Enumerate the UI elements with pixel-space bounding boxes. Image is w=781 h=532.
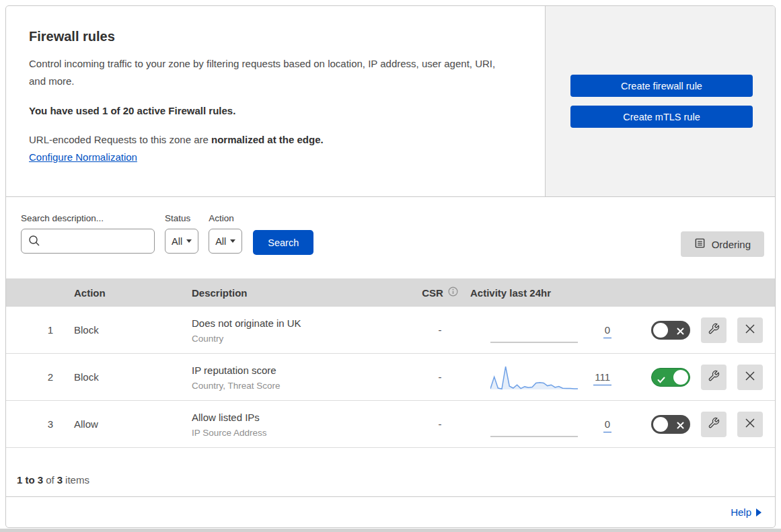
rule-fields: Country: [192, 334, 410, 344]
edit-rule-button[interactable]: [701, 365, 727, 390]
close-icon: [745, 324, 755, 336]
firewall-rules-card: Firewall rules Control incoming traffic …: [5, 5, 776, 528]
rule-action: Block: [70, 371, 188, 383]
info-icon[interactable]: [448, 287, 458, 299]
rule-enabled-toggle[interactable]: [651, 415, 690, 434]
rule-activity-cell: 111: [470, 363, 617, 391]
toggle-knob: [653, 323, 668, 338]
ordering-button[interactable]: Ordering: [681, 231, 764, 257]
rule-controls: [617, 317, 775, 343]
rule-action: Allow: [70, 418, 188, 430]
search-group: Search description...: [21, 213, 155, 254]
configure-normalization-link[interactable]: Configure Normalization: [29, 151, 137, 163]
rule-description: IP reputation score: [192, 364, 410, 377]
close-icon: [745, 371, 755, 383]
table-row[interactable]: 1 Block Does not originate in UK Country…: [6, 307, 775, 354]
chevron-down-icon: [230, 239, 235, 243]
create-mtls-rule-button[interactable]: Create mTLS rule: [570, 106, 753, 128]
search-input[interactable]: [21, 229, 155, 254]
pagination-items: items: [65, 474, 89, 486]
rule-priority: 1: [6, 324, 70, 336]
activity-count-link[interactable]: 111: [593, 371, 611, 385]
activity-count-link[interactable]: 0: [603, 418, 611, 432]
top-section: Firewall rules Control incoming traffic …: [6, 6, 775, 197]
search-box: [21, 229, 155, 254]
column-activity: Activity last 24hr: [470, 287, 617, 299]
delete-rule-button[interactable]: [737, 317, 763, 343]
actions-panel: Create firewall rule Create mTLS rule: [545, 6, 775, 196]
rule-activity-cell: 0: [470, 316, 617, 344]
normalization-text: URL-encoded Requests to this zone are: [29, 134, 211, 145]
delete-rule-button[interactable]: [737, 365, 763, 390]
list-document-icon: [694, 237, 706, 251]
rule-description-cell: Does not originate in UK Country: [188, 317, 410, 344]
help-link[interactable]: Help: [731, 506, 761, 518]
rule-activity-cell: 0: [470, 410, 617, 439]
check-icon: [657, 374, 665, 385]
intro-panel: Firewall rules Control incoming traffic …: [6, 6, 545, 196]
status-filter-group: Status All: [165, 213, 198, 254]
action-filter-group: Action All: [209, 213, 242, 254]
status-label: Status: [165, 213, 198, 223]
wrench-icon: [708, 370, 720, 384]
toggle-knob: [673, 370, 688, 385]
rule-csr: -: [410, 418, 470, 430]
rule-priority: 3: [6, 418, 70, 430]
page-description: Control incoming traffic to your zone by…: [29, 55, 513, 90]
pagination-range: 1 to 3: [17, 474, 43, 486]
create-firewall-rule-button[interactable]: Create firewall rule: [570, 75, 753, 97]
page-title: Firewall rules: [29, 29, 518, 44]
rule-fields: IP Source Address: [192, 428, 410, 438]
help-link-label: Help: [731, 506, 751, 518]
table-row[interactable]: 2 Block IP reputation score Country, Thr…: [6, 354, 775, 401]
action-select[interactable]: All: [209, 229, 242, 254]
filter-bar: Search description... Status All Action …: [6, 197, 775, 278]
help-row: Help: [6, 496, 775, 527]
rule-enabled-toggle[interactable]: [651, 321, 690, 340]
rule-controls: [617, 365, 775, 390]
rule-priority: 2: [6, 371, 70, 383]
rule-enabled-toggle[interactable]: [651, 368, 690, 387]
rule-csr: -: [410, 324, 470, 336]
column-csr: CSR: [410, 287, 470, 299]
normalization-bold: normalized at the edge.: [211, 134, 324, 145]
rule-action: Block: [70, 324, 188, 336]
toggle-knob: [653, 417, 668, 432]
ordering-button-label: Ordering: [712, 239, 751, 250]
pagination-of: of: [46, 474, 54, 486]
rule-csr: -: [410, 371, 470, 383]
wrench-icon: [708, 323, 720, 337]
rule-description: Does not originate in UK: [192, 317, 410, 330]
rule-description: Allow listed IPs: [192, 411, 410, 424]
pagination-summary: 1 to 3 of 3 items: [6, 448, 775, 496]
column-description: Description: [188, 287, 410, 299]
activity-sparkline: [490, 363, 578, 391]
rule-description-cell: Allow listed IPs IP Source Address: [188, 411, 410, 438]
search-button[interactable]: Search: [253, 230, 313, 255]
usage-summary: You have used 1 of 20 active Firewall ru…: [29, 105, 518, 116]
x-icon: [677, 420, 684, 431]
close-icon: [745, 418, 755, 430]
rule-fields: Country, Threat Score: [192, 381, 410, 391]
column-action: Action: [70, 287, 188, 299]
edit-rule-button[interactable]: [701, 412, 727, 437]
pagination-total: 3: [57, 474, 63, 486]
chevron-down-icon: [186, 239, 192, 243]
action-label: Action: [209, 213, 242, 223]
rule-description-cell: IP reputation score Country, Threat Scor…: [188, 364, 410, 391]
activity-count-link[interactable]: 0: [603, 324, 611, 338]
action-select-value: All: [215, 236, 226, 247]
delete-rule-button[interactable]: [737, 412, 763, 437]
edit-rule-button[interactable]: [701, 317, 727, 343]
table-header: Action Description CSR Activity last 24h…: [6, 278, 775, 307]
status-select[interactable]: All: [165, 229, 198, 254]
page-bottom-strip: [0, 529, 781, 532]
rule-controls: [617, 412, 775, 437]
activity-sparkline: [490, 410, 578, 439]
search-label: Search description...: [21, 213, 155, 223]
search-icon: [28, 235, 40, 250]
csr-header-label: CSR: [422, 287, 443, 299]
wrench-icon: [708, 417, 720, 431]
normalization-note: URL-encoded Requests to this zone are no…: [29, 134, 518, 145]
table-row[interactable]: 3 Allow Allow listed IPs IP Source Addre…: [6, 401, 775, 448]
